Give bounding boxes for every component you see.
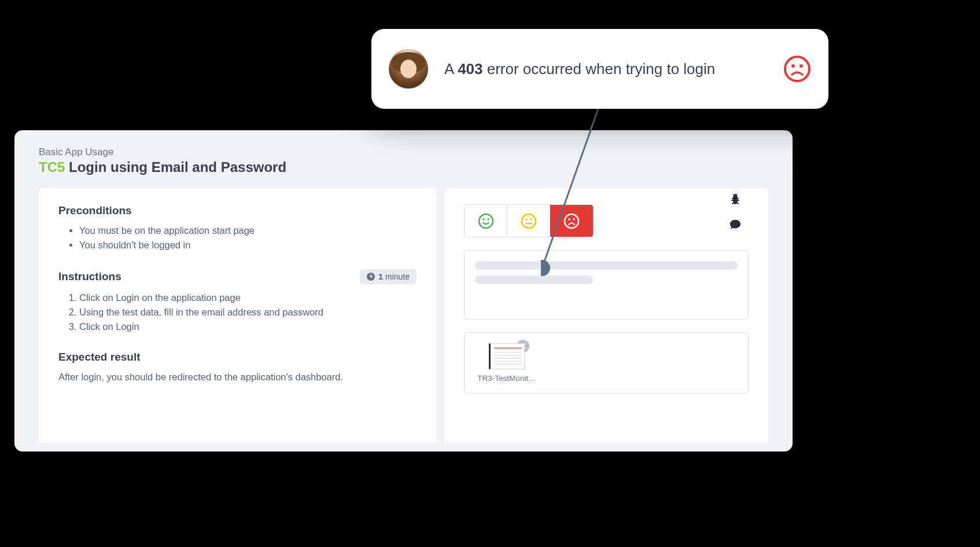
svg-point-12 [530, 218, 532, 221]
attachment-item[interactable]: TR3-TestMonit… [475, 343, 539, 383]
svg-point-14 [565, 214, 579, 228]
duration-unit: minute [385, 272, 410, 281]
avatar [389, 49, 428, 89]
callout-prefix: A [444, 60, 458, 78]
svg-point-11 [525, 218, 528, 221]
preconditions-heading: Preconditions [58, 204, 417, 217]
sad-face-icon [783, 55, 811, 83]
rating-fail-button[interactable] [550, 205, 593, 237]
callout-error-code: 403 [458, 60, 482, 78]
test-case-panel: Basic App Usage TC5 Login using Email an… [14, 130, 793, 451]
svg-point-0 [785, 57, 809, 81]
test-case-id: TC5 [39, 159, 65, 175]
svg-point-2 [800, 64, 803, 68]
svg-line-6 [736, 194, 737, 196]
svg-point-16 [573, 218, 575, 221]
bug-icon[interactable] [728, 193, 742, 209]
clock-icon [367, 273, 375, 281]
instructions-list: Click on Login on the application page U… [58, 292, 417, 332]
svg-point-9 [487, 218, 489, 221]
list-item: Click on Login on the application page [79, 292, 417, 303]
breadcrumb: Basic App Usage [39, 146, 768, 158]
callout-text: A 403 error occurred when trying to logi… [444, 60, 783, 78]
expected-heading: Expected result [58, 351, 417, 364]
rating-neutral-button[interactable] [507, 205, 550, 237]
svg-point-15 [568, 218, 570, 221]
list-item: You shouldn't be logged in [79, 240, 417, 251]
placeholder-line [475, 276, 593, 284]
svg-line-5 [734, 194, 734, 196]
duration-value: 1 [378, 272, 383, 281]
details-card: Preconditions You must be on the applica… [39, 188, 436, 443]
svg-point-8 [482, 218, 485, 221]
result-rating-group [464, 204, 594, 237]
list-item: You must be on the application start pag… [79, 225, 417, 236]
placeholder-line [475, 261, 738, 270]
page-title: TC5 Login using Email and Password [39, 159, 768, 175]
instructions-heading: Instructions [58, 270, 121, 283]
comment-icon[interactable] [729, 218, 742, 233]
svg-point-7 [479, 214, 493, 228]
attachment-thumbnail [489, 343, 525, 369]
attachments-box: TR3-TestMonit… [464, 332, 749, 394]
callout-suffix: error occurred when trying to login [483, 60, 716, 78]
list-item: Click on Login [79, 321, 417, 332]
duration-badge: 1 minute [360, 269, 417, 284]
list-item: Using the test data, fill in the email a… [79, 307, 417, 318]
error-callout: A 403 error occurred when trying to logi… [371, 29, 828, 109]
rating-pass-button[interactable] [465, 205, 507, 237]
result-card: TR3-TestMonit… [444, 188, 768, 443]
attachment-name: TR3-TestMonit… [475, 374, 539, 383]
svg-point-1 [791, 64, 795, 68]
test-case-name: Login using Email and Password [69, 159, 286, 175]
preconditions-list: You must be on the application start pag… [58, 225, 417, 251]
comment-input[interactable] [464, 250, 749, 320]
svg-point-10 [522, 214, 536, 228]
expected-text: After login, you should be redirected to… [58, 372, 417, 383]
